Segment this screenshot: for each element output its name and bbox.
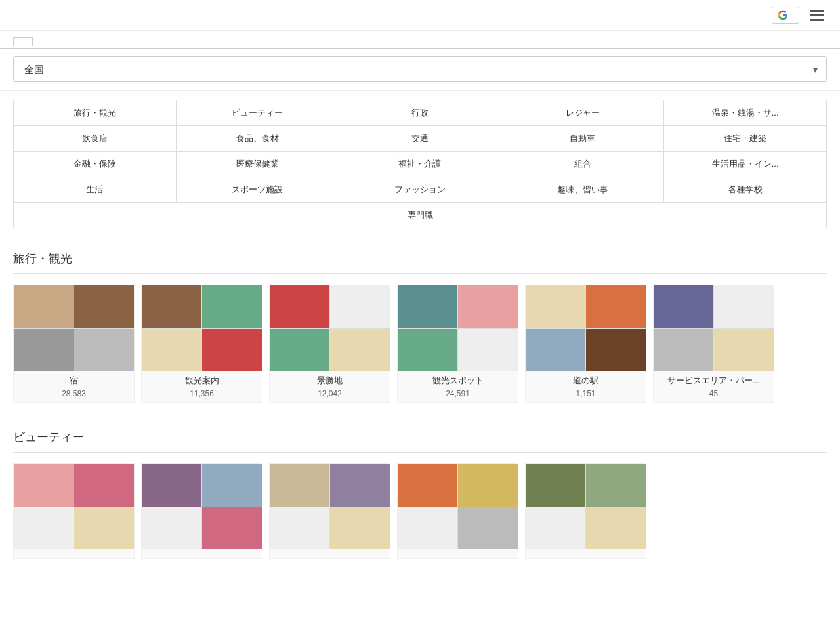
card-beauty-2[interactable] (269, 463, 390, 559)
card-info-beauty-1 (142, 549, 262, 558)
card-quadrant-travel-3-3 (458, 329, 518, 371)
category-cell-2-2[interactable]: 福祉・介護 (339, 152, 502, 177)
card-travel-3[interactable]: 観光スポット24,591 (397, 285, 518, 403)
card-count-travel-2: 12,042 (318, 389, 342, 398)
region-selector[interactable]: 全国北海道東北関東中部近畿中国四国九州沖縄 (13, 56, 827, 82)
category-cell-1-2[interactable]: 交通 (339, 126, 502, 151)
card-quadrant-beauty-1-0 (142, 464, 201, 507)
category-cell-0-1[interactable]: ビューティー (177, 100, 339, 125)
card-quadrant-beauty-4-1 (586, 464, 646, 507)
card-count-travel-4: 1,151 (576, 389, 595, 398)
card-info-beauty-0 (14, 549, 134, 558)
nav-tabs (0, 31, 840, 49)
card-info-beauty-4 (526, 549, 646, 558)
category-cell-0-2[interactable]: 行政 (339, 100, 502, 125)
card-count-travel-5: 45 (709, 389, 718, 398)
category-cell-0-0[interactable]: 旅行・観光 (14, 100, 177, 125)
category-row-1: 飲食店食品、食材交通自動車住宅・建築 (14, 126, 826, 152)
card-quadrant-travel-0-1 (74, 285, 134, 328)
card-quadrant-travel-2-1 (330, 285, 390, 328)
card-quadrant-beauty-4-0 (526, 464, 585, 507)
card-quadrant-beauty-0-2 (14, 507, 74, 550)
card-quadrant-beauty-0-1 (74, 464, 134, 507)
category-cell-1-0[interactable]: 飲食店 (14, 126, 177, 151)
card-info-travel-0: 宿28,583 (14, 371, 134, 402)
card-quadrant-travel-1-2 (142, 329, 201, 371)
category-cell-2-3[interactable]: 組合 (501, 152, 664, 177)
card-image-beauty-0 (14, 464, 134, 549)
card-beauty-0[interactable] (13, 463, 135, 559)
card-quadrant-travel-5-2 (654, 329, 713, 371)
category-cell-3-1[interactable]: スポーツ施設 (177, 177, 339, 202)
region-selector-container: 全国北海道東北関東中部近畿中国四国九州沖縄 ▾ (13, 56, 827, 82)
card-beauty-1[interactable] (141, 463, 262, 559)
card-image-beauty-2 (270, 464, 390, 549)
category-row-4: 専門職 (14, 203, 826, 228)
cards-grid-beauty (13, 463, 827, 559)
category-grid: 旅行・観光ビューティー行政レジャー温泉・銭湯・サ...飲食店食品、食材交通自動車… (13, 100, 827, 228)
section-divider-travel (13, 273, 827, 274)
card-quadrant-travel-1-3 (202, 329, 262, 371)
card-quadrant-beauty-0-3 (74, 507, 134, 550)
card-info-travel-3: 観光スポット24,591 (398, 371, 518, 402)
card-travel-2[interactable]: 景勝地12,042 (269, 285, 390, 403)
card-travel-1[interactable]: 観光案内11,356 (141, 285, 262, 403)
card-quadrant-travel-4-1 (586, 285, 646, 328)
card-image-travel-5 (654, 285, 774, 371)
google-icon (778, 10, 788, 20)
language-selector[interactable] (772, 7, 799, 24)
nav-tab-jpbook[interactable] (13, 37, 33, 46)
category-cell-0-4[interactable]: 温泉・銭湯・サ... (664, 100, 826, 125)
card-quadrant-travel-1-1 (202, 285, 262, 328)
category-cell-2-0[interactable]: 金融・保険 (14, 152, 177, 177)
category-cell-3-3[interactable]: 趣味、習い事 (501, 177, 664, 202)
category-cell-1-4[interactable]: 住宅・建築 (664, 126, 826, 151)
card-travel-0[interactable]: 宿28,583 (13, 285, 135, 403)
card-image-travel-3 (398, 285, 518, 371)
category-cell-2-4[interactable]: 生活用品・イン... (664, 152, 826, 177)
card-quadrant-beauty-3-3 (458, 507, 518, 550)
section-travel: 旅行・観光宿28,583観光案内11,356景勝地12,042観光スポット24,… (0, 238, 840, 403)
card-quadrant-travel-5-0 (654, 285, 713, 328)
menu-icon[interactable] (807, 7, 827, 24)
card-quadrant-travel-4-3 (586, 329, 646, 371)
card-quadrant-beauty-1-3 (202, 507, 262, 550)
card-quadrant-travel-3-0 (398, 285, 457, 328)
card-quadrant-travel-2-0 (270, 285, 329, 328)
card-quadrant-travel-4-0 (526, 285, 585, 328)
card-beauty-4[interactable] (525, 463, 646, 559)
card-quadrant-travel-0-2 (14, 329, 74, 371)
card-quadrant-beauty-3-0 (398, 464, 457, 507)
card-name-travel-3: 観光スポット (403, 375, 513, 387)
card-quadrant-travel-4-2 (526, 329, 585, 371)
category-cell-1-3[interactable]: 自動車 (501, 126, 664, 151)
card-image-travel-4 (526, 285, 646, 371)
section-title-beauty: ビューティー (13, 429, 827, 445)
card-quadrant-travel-1-0 (142, 285, 201, 328)
card-quadrant-beauty-4-3 (586, 507, 646, 550)
category-cell-4-0[interactable]: 専門職 (14, 203, 826, 228)
card-name-travel-5: サービスエリア・パー... (659, 375, 768, 387)
category-cell-0-3[interactable]: レジャー (501, 100, 664, 125)
category-cell-3-4[interactable]: 各種学校 (664, 177, 826, 202)
category-cell-3-0[interactable]: 生活 (14, 177, 177, 202)
region-selector-wrap: 全国北海道東北関東中部近畿中国四国九州沖縄 ▾ (0, 49, 840, 91)
card-quadrant-travel-0-0 (14, 285, 74, 328)
card-travel-5[interactable]: サービスエリア・パー...45 (653, 285, 774, 403)
card-travel-4[interactable]: 道の駅1,151 (525, 285, 646, 403)
card-image-beauty-4 (526, 464, 646, 549)
category-row-3: 生活スポーツ施設ファッション趣味、習い事各種学校 (14, 177, 826, 203)
card-quadrant-travel-3-1 (458, 285, 518, 328)
card-count-travel-3: 24,591 (446, 389, 470, 398)
card-quadrant-beauty-4-2 (526, 507, 585, 550)
card-info-travel-1: 観光案内11,356 (142, 371, 262, 402)
card-name-travel-0: 宿 (19, 375, 129, 387)
sections-container: 旅行・観光宿28,583観光案内11,356景勝地12,042観光スポット24,… (0, 238, 840, 559)
category-cell-1-1[interactable]: 食品、食材 (177, 126, 339, 151)
card-quadrant-travel-2-3 (330, 329, 390, 371)
category-cell-2-1[interactable]: 医療保健業 (177, 152, 339, 177)
card-info-travel-5: サービスエリア・パー...45 (654, 371, 774, 402)
card-beauty-3[interactable] (397, 463, 518, 559)
category-cell-3-2[interactable]: ファッション (339, 177, 502, 202)
card-quadrant-travel-2-2 (270, 329, 329, 371)
